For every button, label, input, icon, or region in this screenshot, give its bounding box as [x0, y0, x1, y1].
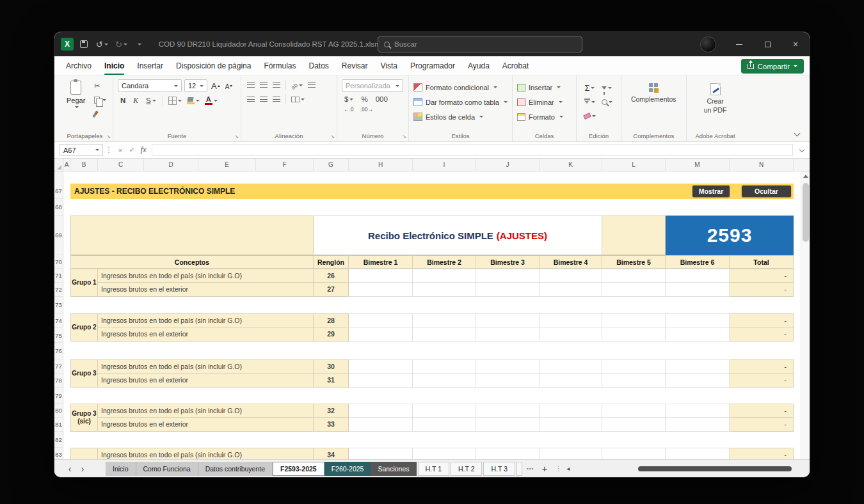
- avatar[interactable]: [700, 36, 716, 52]
- row-header-67[interactable]: 67: [54, 184, 63, 199]
- bimestre-input-cell[interactable]: [413, 404, 476, 418]
- bimestre-input-cell[interactable]: [666, 359, 730, 374]
- renglon-cell[interactable]: 26: [314, 269, 349, 283]
- align-middle-button[interactable]: [259, 83, 269, 88]
- align-center-button[interactable]: [259, 97, 269, 102]
- total-cell[interactable]: -: [730, 404, 794, 418]
- concept-cell[interactable]: Ingresos brutos en todo el país (sin inc…: [98, 269, 314, 283]
- clear-button[interactable]: [582, 114, 597, 118]
- orientation-button[interactable]: [290, 79, 304, 91]
- row-header-72[interactable]: 72: [54, 283, 63, 297]
- insert-function-icon[interactable]: fx: [138, 145, 149, 155]
- bimestre-input-cell[interactable]: [666, 404, 730, 418]
- bimestre-input-cell[interactable]: [602, 374, 666, 388]
- column-header-i[interactable]: I: [413, 159, 476, 171]
- total-cell[interactable]: -: [730, 269, 794, 283]
- column-header-e[interactable]: E: [198, 159, 256, 171]
- bimestre-input-cell[interactable]: [349, 448, 413, 459]
- horizontal-scrollbar[interactable]: [573, 466, 792, 472]
- bimestre-input-cell[interactable]: [349, 374, 413, 388]
- bimestre-input-cell[interactable]: [602, 448, 666, 459]
- column-header-n[interactable]: N: [730, 159, 794, 171]
- align-left-button[interactable]: [246, 97, 256, 102]
- bimestre-input-cell[interactable]: [540, 283, 602, 297]
- column-header-b[interactable]: B: [70, 159, 98, 171]
- bimestre-input-cell[interactable]: [349, 283, 413, 297]
- comma-format-button[interactable]: 000: [373, 95, 390, 103]
- search-box[interactable]: [378, 36, 582, 52]
- formato-condicional-button[interactable]: Formato condicional: [413, 81, 508, 94]
- format-painter-button[interactable]: [94, 109, 106, 119]
- bimestre-input-cell[interactable]: [413, 448, 476, 459]
- paste-button[interactable]: Pegar: [61, 79, 90, 119]
- sheet-tab-h-t-2[interactable]: H.T 2: [451, 462, 482, 476]
- align-top-button[interactable]: [246, 83, 256, 88]
- bimestre-input-cell[interactable]: [602, 313, 666, 327]
- sheet-tab-h-t-1[interactable]: H.T 1: [418, 462, 449, 476]
- number-format-select[interactable]: Personalizada: [342, 79, 403, 92]
- row-header-73[interactable]: 73: [54, 297, 63, 313]
- bimestre-input-cell[interactable]: [540, 418, 602, 432]
- renglon-cell[interactable]: 30: [314, 359, 349, 374]
- row-header-75[interactable]: 75: [54, 328, 63, 343]
- percent-format-button[interactable]: %: [358, 95, 370, 103]
- bimestre-input-cell[interactable]: [476, 313, 540, 327]
- align-right-button[interactable]: [271, 97, 282, 102]
- row-header-78[interactable]: 78: [54, 374, 63, 388]
- bimestre-input-cell[interactable]: [540, 269, 602, 283]
- bimestre-input-cell[interactable]: [666, 283, 730, 297]
- bimestre-input-cell[interactable]: [476, 269, 540, 283]
- sheet-canvas[interactable]: AJUSTES - RECIBO ELECTRÓNICO SIMPLE Most…: [63, 171, 794, 459]
- ocultar-button[interactable]: Ocultar: [742, 185, 791, 197]
- bimestre-input-cell[interactable]: [476, 418, 540, 432]
- table-header-conceptos[interactable]: Conceptos: [70, 255, 314, 269]
- column-header-g[interactable]: G: [314, 159, 349, 171]
- bimestre-input-cell[interactable]: [349, 418, 413, 432]
- formula-input[interactable]: [152, 144, 793, 156]
- bimestre-input-cell[interactable]: [540, 327, 602, 342]
- total-cell[interactable]: -: [730, 283, 794, 297]
- bimestre-input-cell[interactable]: [602, 404, 666, 418]
- menu-ayuda[interactable]: Ayuda: [461, 56, 496, 75]
- group-label-grupo-3-sic[interactable]: Grupo 3(sic): [70, 404, 98, 432]
- more-sheets-button[interactable]: •••: [527, 466, 534, 471]
- group-label-grupo-3[interactable]: Grupo 3: [70, 359, 98, 388]
- sheet-tab-sanciones[interactable]: Sanciones: [371, 462, 416, 476]
- scroll-up-icon[interactable]: [803, 175, 808, 178]
- new-sheet-button[interactable]: +: [541, 463, 547, 474]
- menu-datos[interactable]: Datos: [302, 56, 335, 75]
- column-header-l[interactable]: L: [602, 159, 666, 171]
- column-header-m[interactable]: M: [666, 159, 730, 171]
- table-header-bimestre-4[interactable]: Bimestre 4: [540, 255, 602, 269]
- qat-customize-icon[interactable]: [132, 36, 147, 52]
- group-label-partial[interactable]: [70, 448, 98, 459]
- undo-icon[interactable]: ↺: [94, 36, 110, 52]
- bimestre-input-cell[interactable]: [349, 269, 413, 283]
- row-header-77[interactable]: 77: [54, 359, 63, 374]
- decrease-font-size-button[interactable]: [224, 80, 234, 91]
- cut-button[interactable]: ✂: [94, 81, 106, 91]
- renglon-cell[interactable]: 31: [314, 374, 349, 388]
- bimestre-input-cell[interactable]: [666, 327, 730, 342]
- sheet-tab-h-t-3[interactable]: H.T 3: [483, 462, 515, 476]
- bimestre-input-cell[interactable]: [413, 418, 476, 432]
- table-header-bimestre-3[interactable]: Bimestre 3: [476, 255, 540, 269]
- renglon-cell[interactable]: 33: [314, 418, 349, 432]
- row-header-69[interactable]: 69: [54, 216, 63, 255]
- bimestre-input-cell[interactable]: [540, 404, 602, 418]
- fill-button[interactable]: [583, 98, 596, 105]
- bimestre-input-cell[interactable]: [349, 313, 413, 327]
- concept-cell[interactable]: Ingresos brutos en el exterior: [98, 327, 314, 342]
- minimize-button[interactable]: [725, 32, 753, 56]
- mostrar-button[interactable]: Mostrar: [692, 185, 730, 197]
- formula-bar-expand-icon[interactable]: [799, 148, 804, 153]
- vertical-scrollbar[interactable]: [801, 171, 810, 459]
- font-name-select[interactable]: Candara: [118, 79, 182, 92]
- underline-button[interactable]: S: [143, 97, 159, 104]
- renglon-cell[interactable]: 27: [314, 283, 349, 297]
- menu-inicio[interactable]: Inicio: [98, 56, 131, 75]
- bimestre-input-cell[interactable]: [413, 359, 476, 374]
- table-header-bimestre-1[interactable]: Bimestre 1: [349, 255, 413, 269]
- bimestre-input-cell[interactable]: [666, 313, 730, 327]
- copy-button[interactable]: [94, 95, 106, 105]
